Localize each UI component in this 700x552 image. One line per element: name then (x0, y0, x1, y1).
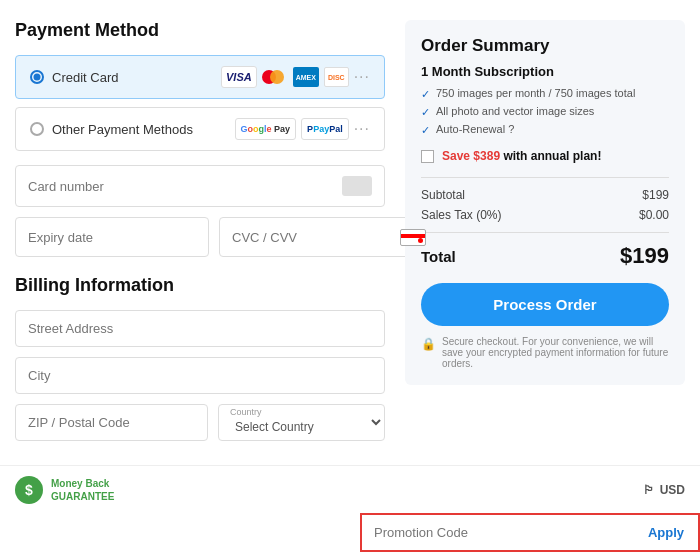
feature-text-1: 750 images per month / 750 images total (436, 87, 635, 99)
money-back-line1: Money Back (51, 478, 109, 489)
country-select-wrapper[interactable]: Country Select Country (218, 404, 385, 451)
expiry-input[interactable] (15, 217, 209, 257)
zip-country-row: Country Select Country (15, 404, 385, 451)
total-amount: $199 (620, 243, 669, 269)
promo-code-bar[interactable]: Apply (360, 513, 700, 552)
annual-with-plan-text: with annual plan! (503, 149, 601, 163)
bottom-bar: $ Money Back GUARANTEE 🏳 USD (0, 465, 700, 510)
annual-plan-text: Save $389 with annual plan! (442, 149, 601, 163)
more-cards-icon: ··· (354, 68, 370, 86)
cvv-card-icon (400, 228, 428, 246)
money-back-text: Money Back GUARANTEE (51, 477, 114, 503)
lock-icon: 🔒 (421, 337, 436, 351)
discover-icon: DISC (324, 67, 349, 87)
credit-card-icons: VISA AMEX DISC ··· (221, 66, 370, 88)
order-summary-title: Order Summary (421, 36, 669, 56)
more-payment-icon: ··· (354, 120, 370, 138)
feature-list: ✓ 750 images per month / 750 images tota… (421, 87, 669, 137)
divider-2 (421, 232, 669, 233)
annual-plan-checkbox[interactable] (421, 150, 434, 163)
mastercard-icon (262, 68, 288, 86)
divider-1 (421, 177, 669, 178)
paypal-icon: PPayPal (301, 118, 349, 140)
other-payment-label: Other Payment Methods (52, 122, 193, 137)
order-summary-box: Order Summary 1 Month Subscription ✓ 750… (405, 20, 685, 385)
zip-input[interactable] (15, 404, 208, 441)
right-panel: Order Summary 1 Month Subscription ✓ 750… (405, 20, 685, 451)
left-panel: Payment Method Credit Card VISA AMEX DIS… (15, 20, 385, 451)
card-type-icon (342, 176, 372, 196)
check-icon-3: ✓ (421, 124, 430, 137)
annual-plan-row[interactable]: Save $389 with annual plan! (421, 149, 669, 163)
payment-method-title: Payment Method (15, 20, 385, 41)
billing-section: Billing Information Country Select Count… (15, 275, 385, 451)
billing-title: Billing Information (15, 275, 385, 296)
feature-text-3: Auto-Renewal ? (436, 123, 514, 135)
city-input[interactable] (15, 357, 385, 394)
credit-card-option[interactable]: Credit Card VISA AMEX DISC ··· (15, 55, 385, 99)
currency-label: USD (660, 483, 685, 497)
tax-value: $0.00 (639, 208, 669, 222)
process-order-button[interactable]: Process Order (421, 283, 669, 326)
other-payment-icons: Google Pay PPayPal ··· (235, 118, 370, 140)
money-back-guarantee: $ Money Back GUARANTEE (15, 476, 114, 504)
subscription-label: 1 Month Subscription (421, 64, 669, 79)
money-back-line2: GUARANTEE (51, 491, 114, 502)
billing-fields: Country Select Country (15, 310, 385, 451)
feature-item-2: ✓ All photo and vector image sizes (421, 105, 669, 119)
secure-text-content: Secure checkout. For your convenience, w… (442, 336, 669, 369)
subtotal-label: Subtotal (421, 188, 465, 202)
promo-apply-button[interactable]: Apply (634, 515, 698, 550)
money-back-icon: $ (15, 476, 43, 504)
check-icon-1: ✓ (421, 88, 430, 101)
other-payment-option[interactable]: Other Payment Methods Google Pay PPayPal… (15, 107, 385, 151)
save-amount-text: Save $389 (442, 149, 500, 163)
card-fields (15, 165, 385, 257)
feature-item-1: ✓ 750 images per month / 750 images tota… (421, 87, 669, 101)
promo-code-input[interactable] (362, 515, 634, 550)
amex-icon: AMEX (293, 67, 319, 87)
street-input[interactable] (15, 310, 385, 347)
subtotal-value: $199 (642, 188, 669, 202)
currency-area: 🏳 USD (643, 483, 685, 497)
currency-flag-icon: 🏳 (643, 483, 655, 497)
feature-item-3: ✓ Auto-Renewal ? (421, 123, 669, 137)
total-label: Total (421, 248, 456, 265)
other-payment-radio[interactable] (30, 122, 44, 136)
expiry-cvv-row (15, 217, 385, 257)
visa-icon: VISA (221, 66, 257, 88)
secure-text-area: 🔒 Secure checkout. For your convenience,… (421, 336, 669, 369)
google-pay-icon: Google Pay (235, 118, 297, 140)
cvv-input[interactable] (232, 230, 400, 245)
card-number-field[interactable] (15, 165, 385, 207)
credit-card-radio[interactable] (30, 70, 44, 84)
tax-row: Sales Tax (0%) $0.00 (421, 208, 669, 222)
tax-label: Sales Tax (0%) (421, 208, 501, 222)
credit-card-label: Credit Card (52, 70, 118, 85)
total-row: Total $199 (421, 243, 669, 269)
feature-text-2: All photo and vector image sizes (436, 105, 594, 117)
check-icon-2: ✓ (421, 106, 430, 119)
subtotal-row: Subtotal $199 (421, 188, 669, 202)
card-number-input[interactable] (28, 179, 342, 194)
country-label: Country (230, 407, 262, 417)
